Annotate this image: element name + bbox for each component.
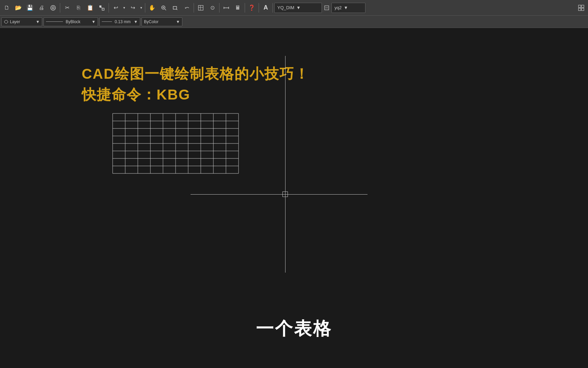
undo-icon[interactable]: ↩ [110, 2, 121, 13]
text-style-icon[interactable]: A [260, 2, 271, 13]
cut-icon[interactable]: ✂ [62, 2, 72, 13]
redo-icon[interactable]: ↪ [127, 2, 138, 13]
linetype-label: ByBlock [66, 19, 80, 24]
color-dropdown[interactable]: ByColor ▼ [142, 17, 182, 26]
undo-dropdown-icon[interactable]: ▼ [122, 2, 127, 13]
cursor-horizontal-line [191, 194, 368, 195]
svg-marker-23 [4, 20, 8, 24]
named-views-icon[interactable] [195, 2, 206, 13]
title-overlay: CAD绘图一键绘制表格的小技巧！ 快捷命令：KBG [82, 65, 309, 104]
separator7 [259, 3, 259, 13]
redo-dropdown-icon[interactable]: ▼ [139, 2, 144, 13]
dim-style-arrow: ▼ [296, 5, 301, 10]
help-icon[interactable]: ❓ [246, 2, 257, 13]
paste-icon[interactable]: 📋 [85, 2, 96, 13]
svg-line-6 [165, 9, 166, 10]
view-arrow: ▼ [344, 5, 348, 10]
preview-icon[interactable] [48, 2, 59, 13]
separator5 [219, 3, 219, 13]
subtitle-text: 一个表格 [256, 317, 332, 341]
print-icon[interactable]: 🖨 [36, 2, 47, 13]
title-line1: CAD绘图一键绘制表格的小技巧！ [82, 65, 309, 82]
layer-label: Layer [10, 19, 20, 24]
svg-rect-19 [578, 5, 581, 7]
cursor-vertical-line [285, 56, 285, 273]
dim-style-label: YQ_DIM [277, 5, 294, 10]
svg-rect-3 [102, 8, 104, 10]
svg-point-0 [51, 5, 55, 10]
linetype-arrow: ▼ [92, 19, 96, 24]
3d-orbit-icon[interactable]: ⊙ [207, 2, 218, 13]
svg-rect-9 [173, 6, 177, 9]
separator1 [60, 3, 60, 13]
svg-rect-20 [582, 5, 584, 7]
zoom-prev-icon[interactable]: ⤺ [181, 2, 192, 13]
zoom-window-icon[interactable] [170, 2, 181, 13]
title-line2: 快捷命令：KBG [82, 85, 309, 104]
matchprop-icon[interactable] [96, 2, 107, 13]
separator2 [109, 3, 109, 13]
color-label: ByColor [144, 19, 159, 24]
svg-line-10 [176, 9, 177, 10]
lineweight-label: 0.13 mm [115, 19, 131, 24]
separator6 [245, 3, 245, 13]
workspace-icon[interactable] [576, 2, 587, 13]
main-toolbar: 🗋 📂 💾 🖨 ✂ ⎘ 📋 ↩ ▼ ↪ ▼ ✋ ⤺ ⊙ 🖩 ❓ A YQ_DIM… [0, 0, 588, 16]
separator8 [273, 3, 273, 13]
lineweight-dropdown[interactable]: 0.13 mm ▼ [99, 17, 140, 26]
svg-point-1 [52, 7, 54, 9]
view-dropdown[interactable]: yq2 ▼ [331, 3, 365, 13]
calculator-icon[interactable]: 🖩 [232, 2, 243, 13]
dim-style-edit-icon[interactable] [323, 2, 331, 13]
table-svg [112, 113, 239, 174]
svg-rect-22 [582, 8, 584, 11]
view-label: yq2 [334, 5, 342, 10]
lineweight-arrow: ▼ [134, 19, 138, 24]
open-icon[interactable]: 📂 [13, 2, 24, 13]
separator4 [194, 3, 194, 13]
separator3 [145, 3, 145, 13]
layer-dropdown[interactable]: Layer ▼ [1, 17, 42, 26]
properties-toolbar: Layer ▼ ByBlock ▼ 0.13 mm ▼ ByColor ▼ [0, 16, 588, 28]
color-arrow: ▼ [176, 19, 180, 24]
save-icon[interactable]: 💾 [24, 2, 35, 13]
zoom-realtime-icon[interactable] [158, 2, 169, 13]
pan-icon[interactable]: ✋ [147, 2, 158, 13]
layer-arrow: ▼ [36, 19, 40, 24]
svg-rect-2 [99, 5, 101, 7]
new-icon[interactable]: 🗋 [1, 2, 12, 13]
distance-icon[interactable] [221, 2, 232, 13]
svg-rect-11 [198, 5, 203, 10]
cad-table [112, 113, 239, 174]
svg-line-4 [100, 7, 103, 8]
linetype-dropdown[interactable]: ByBlock ▼ [44, 17, 98, 26]
dim-style-dropdown[interactable]: YQ_DIM ▼ [274, 3, 322, 13]
copy-icon[interactable]: ⎘ [73, 2, 84, 13]
cad-canvas[interactable]: CAD绘图一键绘制表格的小技巧！ 快捷命令：KBG 一个表格 [0, 28, 588, 368]
cursor-box [282, 191, 288, 197]
svg-rect-21 [578, 8, 581, 11]
